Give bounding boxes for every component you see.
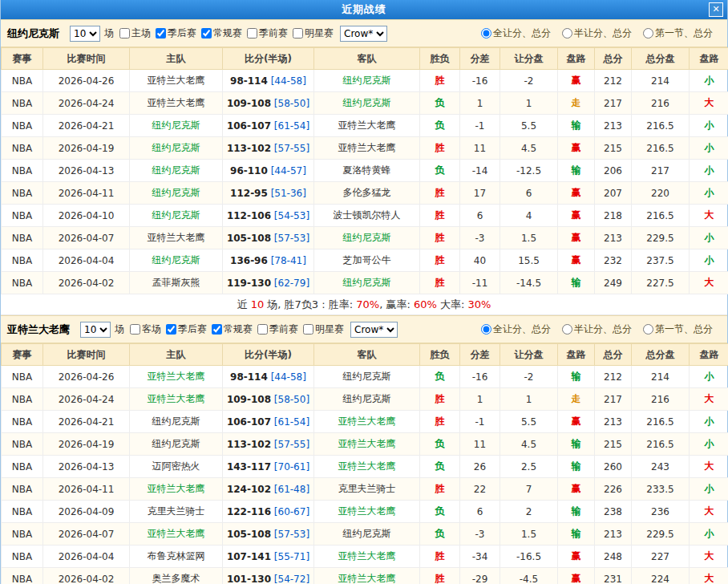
radio-option[interactable]: 第一节、总分 [643, 322, 713, 336]
cell-total-line: 243 [632, 456, 690, 478]
filter-checkbox[interactable]: 明星赛 [303, 322, 344, 336]
checkbox-input[interactable] [257, 324, 268, 335]
cell-total-line: 216 [632, 388, 690, 411]
cell-result: 负 [420, 366, 460, 388]
game-row: NBA2026-04-19纽约尼克斯113-102 [57-55]亚特兰大老鹰胜… [2, 137, 728, 160]
cell-handicap-result: 赢 [558, 205, 595, 227]
cell-over-under: 大 [690, 545, 728, 568]
radio-group: 全让分、总分半让分、总分第一节、总分 [481, 26, 721, 40]
half-score: [61-54] [274, 416, 309, 428]
away-team-name: 亚特兰大老鹰 [338, 438, 396, 449]
cell-handicap-line: -2 [500, 366, 558, 388]
radio-label: 第一节、总分 [655, 322, 713, 336]
away-team-name: 亚特兰大老鹰 [338, 505, 396, 517]
radio-option[interactable]: 全让分、总分 [481, 26, 551, 40]
checkbox-input[interactable] [212, 324, 222, 335]
half-score: [54-53] [274, 210, 309, 221]
cell-date: 2026-04-02 [43, 272, 130, 294]
odds-filter-select[interactable]: Crow* [340, 26, 387, 42]
cell-handicap-line: 4.5 [500, 137, 558, 160]
cell-total-points: 248 [595, 545, 632, 568]
cell-league: NBA [2, 433, 43, 456]
filter-checkbox[interactable]: 客场 [130, 322, 161, 336]
filter-checkbox[interactable]: 季后赛 [156, 26, 196, 40]
cell-date: 2026-04-07 [43, 227, 130, 249]
cell-total-points: 231 [595, 568, 632, 584]
filter-checkbox[interactable]: 季后赛 [166, 322, 207, 336]
cell-date: 2026-04-21 [43, 115, 130, 137]
cell-point-diff: -3 [460, 523, 500, 545]
home-team-name: 迈阿密热火 [152, 460, 200, 472]
cell-handicap-line: 4.5 [500, 433, 558, 456]
column-header: 赛事 [2, 48, 43, 70]
half-score: [44-57] [271, 165, 306, 176]
half-score: [57-53] [274, 529, 309, 540]
checkbox-input[interactable] [303, 324, 313, 335]
radio-input[interactable] [562, 324, 572, 335]
checkbox-input[interactable] [156, 28, 166, 39]
half-score: [55-71] [274, 551, 309, 562]
filter-checkbox[interactable]: 常规赛 [201, 26, 242, 40]
radio-input[interactable] [562, 28, 572, 39]
checkbox-input[interactable] [130, 324, 140, 335]
cell-score: 124-102 [61-48] [223, 478, 314, 501]
column-header-row: 赛事比赛时间主队比分(半场)客队胜负分差让分盘盘路总分总分盘盘路 [2, 48, 728, 70]
radio-input[interactable] [481, 324, 491, 335]
radio-input[interactable] [481, 28, 491, 39]
close-icon[interactable]: ✕ [709, 2, 723, 17]
checkbox-label: 常规赛 [224, 322, 253, 336]
cell-result: 胜 [420, 478, 460, 501]
away-team-name: 纽约尼克斯 [343, 277, 391, 288]
column-header: 胜负 [420, 48, 460, 70]
cell-result: 负 [420, 501, 460, 523]
cell-league: NBA [2, 411, 43, 433]
cell-away-team: 纽约尼克斯 [314, 92, 420, 115]
away-team-name: 纽约尼克斯 [343, 97, 391, 108]
full-score: 122-116 [227, 506, 271, 517]
cell-score: 109-108 [58-50] [223, 388, 314, 411]
away-team-name: 波士顿凯尔特人 [334, 209, 401, 221]
radio-option[interactable]: 半让分、总分 [562, 322, 632, 336]
cell-date: 2026-04-04 [43, 249, 130, 272]
cell-handicap-line: 2 [500, 501, 558, 523]
odds-filter-select[interactable]: Crow* [350, 322, 398, 338]
radio-input[interactable] [643, 324, 653, 335]
cell-result: 胜 [420, 545, 460, 568]
cell-handicap-result: 赢 [558, 411, 595, 433]
games-count-select[interactable]: 10 [80, 322, 111, 338]
filter-checkbox[interactable]: 常规赛 [212, 322, 253, 336]
cell-away-team: 亚特兰大老鹰 [314, 456, 420, 478]
cell-result: 负 [420, 433, 460, 456]
column-header: 主队 [130, 344, 223, 366]
cell-over-under: 大 [690, 388, 728, 411]
cell-point-diff: 6 [460, 501, 500, 523]
checkbox-input[interactable] [247, 28, 257, 39]
checkbox-input[interactable] [201, 28, 212, 39]
cell-home-team: 亚特兰大老鹰 [130, 388, 223, 411]
results-table: 赛事比赛时间主队比分(半场)客队胜负分差让分盘盘路总分总分盘盘路NBA2026-… [1, 47, 728, 294]
cell-home-team: 亚特兰大老鹰 [130, 478, 223, 501]
checkbox-input[interactable] [166, 324, 176, 335]
filter-checkbox[interactable]: 主场 [119, 26, 151, 40]
cell-result: 胜 [420, 70, 460, 92]
column-header: 比赛时间 [43, 344, 130, 366]
filter-checkbox[interactable]: 明星赛 [293, 26, 334, 40]
radio-option[interactable]: 第一节、总分 [643, 26, 713, 40]
radio-option[interactable]: 全让分、总分 [481, 322, 551, 336]
filter-checkbox[interactable]: 季前赛 [247, 26, 288, 40]
radio-label: 半让分、总分 [574, 26, 632, 40]
game-row: NBA2026-04-13纽约尼克斯96-110 [44-57]夏洛特黄蜂负-1… [2, 160, 728, 182]
checkbox-input[interactable] [293, 28, 303, 39]
cell-score: 107-141 [55-71] [223, 545, 314, 568]
summary-segment: 近 [237, 298, 251, 310]
filter-checkbox[interactable]: 季前赛 [257, 322, 298, 336]
checkbox-input[interactable] [119, 28, 130, 39]
home-team-name: 纽约尼克斯 [152, 120, 200, 131]
radio-option[interactable]: 半让分、总分 [562, 26, 632, 40]
games-count-select[interactable]: 10 [70, 26, 100, 42]
cell-score: 136-96 [78-41] [223, 249, 314, 272]
half-score: [58-50] [274, 394, 309, 405]
cell-score: 112-106 [54-53] [223, 205, 314, 227]
half-score: [44-58] [271, 371, 306, 383]
radio-input[interactable] [643, 28, 653, 39]
